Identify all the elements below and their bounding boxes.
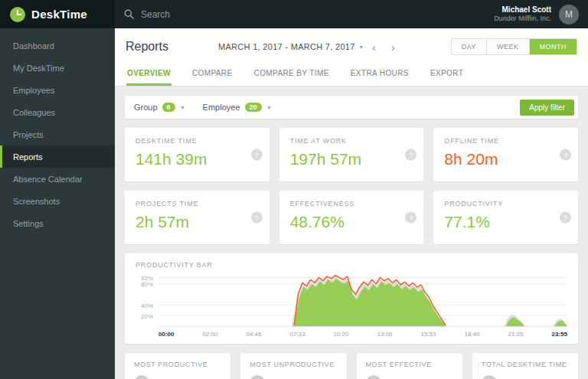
chevron-down-icon[interactable]: ▾ <box>360 44 363 51</box>
next-period-button[interactable]: › <box>385 41 401 53</box>
help-icon[interactable]: ? <box>251 212 263 224</box>
sidebar-item-projects[interactable]: Projects <box>0 123 115 145</box>
apply-filter-button[interactable]: Apply filter <box>520 100 574 116</box>
sidebar-item-colleagues[interactable]: Colleagues <box>0 101 115 123</box>
stat-card-productivity: PRODUCTIVITY 77.1% ? <box>433 191 578 244</box>
employee-count-badge: 20 <box>245 103 262 112</box>
group-filter-dropdown[interactable]: Group 6 ▾ <box>134 103 185 112</box>
stat-card-offline-time: OFFLINE TIME 8h 20m ? <box>433 128 578 181</box>
sidebar-menu: Dashboard My DeskTime Employees Colleagu… <box>0 28 115 234</box>
y-tick: 20% <box>141 313 153 320</box>
prev-period-button[interactable]: ‹ <box>366 41 382 53</box>
chevron-down-icon: ▾ <box>268 104 271 111</box>
user-avatar[interactable]: M <box>559 5 579 25</box>
avatar: M <box>250 375 265 379</box>
stat-value: 141h 39m <box>136 150 259 168</box>
sidebar-item-absence-calendar[interactable]: Absence Calendar <box>0 168 115 190</box>
report-tabs: OVERVIEW COMPARE COMPARE BY TIME EXTRA H… <box>115 60 588 87</box>
avatar: M <box>482 375 497 379</box>
date-range-selector[interactable]: MARCH 1, 2017 - MARCH 7, 2017 <box>218 42 355 51</box>
stat-card-desktime-time: DESKTIME TIME 141h 39m ? <box>125 128 270 181</box>
help-icon[interactable]: ? <box>560 149 571 161</box>
date-navigation: MARCH 1, 2017 - MARCH 7, 2017 ▾ ‹ › <box>168 41 451 53</box>
stat-card-projects-time: PROJECTS TIME 2h 57m ? <box>125 191 270 244</box>
main-area: Michael Scott Dunder Mifflin, Inc. M Rep… <box>115 0 588 379</box>
tab-overview[interactable]: OVERVIEW <box>126 60 172 86</box>
chevron-down-icon: ▾ <box>181 104 185 111</box>
period-month-button[interactable]: MONTH <box>530 39 577 54</box>
header-row: Reports MARCH 1, 2017 - MARCH 7, 2017 ▾ … <box>115 28 588 60</box>
sidebar-item-dashboard[interactable]: Dashboard <box>0 34 115 57</box>
stats-row-2: PROJECTS TIME 2h 57m ? EFFECTIVENESS 48.… <box>125 191 578 244</box>
y-tick: 80% <box>141 281 153 288</box>
search-box <box>124 9 263 20</box>
stat-value: 197h 57m <box>290 150 413 168</box>
page-header: Reports MARCH 1, 2017 - MARCH 7, 2017 ▾ … <box>115 28 588 87</box>
avatar: D <box>366 375 381 379</box>
productivity-chart <box>158 273 567 326</box>
sidebar: DeskTime Dashboard My DeskTime Employees… <box>0 0 115 379</box>
user-menu[interactable]: Michael Scott Dunder Mifflin, Inc. M <box>494 5 579 25</box>
leaders-row: MOST PRODUCTIVE D Darryl Philbin MOST UN… <box>125 353 578 379</box>
period-toggle-group: DAY WEEK MONTH <box>451 38 577 55</box>
help-icon[interactable]: ? <box>251 149 263 161</box>
card-total-desktime-time: TOTAL DESKTIME TIME M Meredith Palmer <box>472 353 578 379</box>
chart-title: PRODUCTIVITY BAR <box>136 261 567 269</box>
stat-card-time-at-work: TIME AT WORK 197h 57m ? <box>279 128 424 181</box>
filter-bar: Group 6 ▾ Employee 20 ▾ Apply filter <box>125 96 578 119</box>
chart-x-axis: 00:00 02:00 04:46 07:33 10:20 13:06 15:5… <box>158 331 567 338</box>
topbar: Michael Scott Dunder Mifflin, Inc. M <box>115 0 588 28</box>
tab-export[interactable]: EXPORT <box>430 60 464 86</box>
tab-compare-by-time[interactable]: COMPARE BY TIME <box>253 60 330 86</box>
stat-value: 2h 57m <box>136 213 259 230</box>
stat-value: 77.1% <box>444 213 567 230</box>
period-day-button[interactable]: DAY <box>452 39 487 54</box>
sidebar-item-reports[interactable]: Reports <box>0 145 115 168</box>
productivity-bar-card: PRODUCTIVITY BAR 92% 80% 40% 20% 00:00 0… <box>125 253 578 344</box>
help-icon[interactable]: ? <box>560 212 571 224</box>
group-filter-label: Group <box>134 103 158 112</box>
chart-y-axis: 92% 80% 40% 20% <box>136 273 158 327</box>
help-icon[interactable]: ? <box>405 212 416 224</box>
stat-card-effectiveness: EFFECTIVENESS 48.76% ? <box>279 191 424 244</box>
y-tick: 40% <box>141 302 153 309</box>
search-input[interactable] <box>141 9 263 20</box>
avatar: D <box>134 375 149 379</box>
page-title: Reports <box>126 40 168 54</box>
search-icon <box>124 9 134 19</box>
tab-compare[interactable]: COMPARE <box>191 60 234 86</box>
chart-plot <box>158 273 567 327</box>
sidebar-item-settings[interactable]: Settings <box>0 212 115 234</box>
card-most-unproductive: MOST UNPRODUCTIVE M Meredith Palmer <box>240 353 346 379</box>
user-name: Michael Scott <box>494 5 551 15</box>
report-body: Group 6 ▾ Employee 20 ▾ Apply filter DES… <box>115 87 588 379</box>
sidebar-item-my-desktime[interactable]: My DeskTime <box>0 57 115 79</box>
app-window: DeskTime Dashboard My DeskTime Employees… <box>0 0 588 379</box>
user-meta: Michael Scott Dunder Mifflin, Inc. <box>494 5 551 24</box>
app-logo[interactable]: DeskTime <box>0 0 115 28</box>
user-company: Dunder Mifflin, Inc. <box>494 15 551 24</box>
stats-row-1: DESKTIME TIME 141h 39m ? TIME AT WORK 19… <box>125 128 578 181</box>
stat-value: 48.76% <box>290 213 413 230</box>
chart-area: 92% 80% 40% 20% <box>136 273 567 327</box>
sidebar-item-employees[interactable]: Employees <box>0 79 115 101</box>
period-week-button[interactable]: WEEK <box>487 39 530 54</box>
app-name: DeskTime <box>31 8 87 21</box>
desktime-clock-icon <box>10 7 25 22</box>
help-icon[interactable]: ? <box>405 149 416 161</box>
group-count-badge: 6 <box>162 103 175 112</box>
stat-value: 8h 20m <box>444 150 567 168</box>
employee-filter-label: Employee <box>203 103 240 112</box>
card-most-productive: MOST PRODUCTIVE D Darryl Philbin <box>125 353 230 379</box>
tab-extra-hours[interactable]: EXTRA HOURS <box>350 60 410 86</box>
employee-filter-dropdown[interactable]: Employee 20 ▾ <box>203 103 271 112</box>
sidebar-item-screenshots[interactable]: Screenshots <box>0 190 115 212</box>
card-most-effective: MOST EFFECTIVE D Darryl Philbin <box>357 353 462 379</box>
